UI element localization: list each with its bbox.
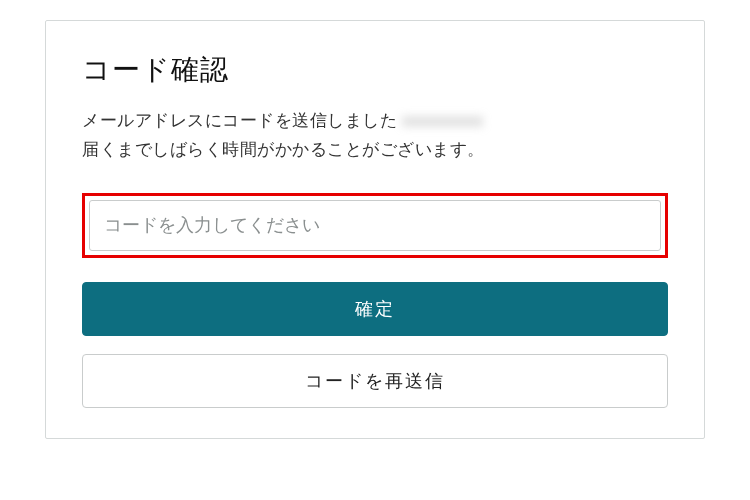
desc-line2: 届くまでしばらく時間がかかることがございます。	[82, 140, 485, 159]
code-input-highlight	[82, 193, 668, 258]
desc-line1-prefix: メールアドレスにコードを送信しました	[82, 111, 402, 130]
description-text: メールアドレスにコードを送信しました xxxxxxxxx 届くまでしばらく時間が…	[82, 107, 668, 165]
code-input[interactable]	[89, 200, 661, 251]
masked-email: xxxxxxxxx	[402, 107, 483, 136]
resend-code-button[interactable]: コードを再送信	[82, 354, 668, 408]
confirm-button[interactable]: 確定	[82, 282, 668, 336]
code-verification-panel: コード確認 メールアドレスにコードを送信しました xxxxxxxxx 届くまでし…	[45, 20, 705, 439]
page-title: コード確認	[82, 51, 668, 89]
